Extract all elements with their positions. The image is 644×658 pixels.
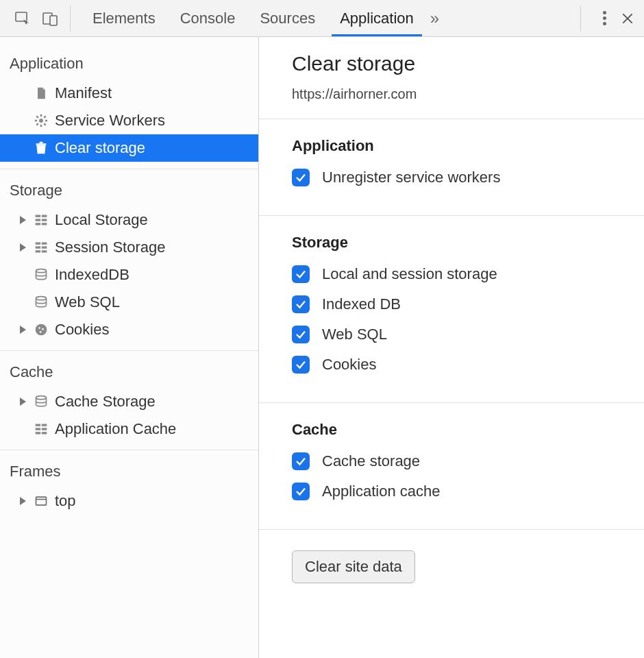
svg-rect-39	[36, 497, 47, 505]
sidebar-item-clear-storage[interactable]: Clear storage	[0, 134, 258, 162]
expand-arrow-icon[interactable]	[15, 398, 30, 406]
checkbox-checked-icon[interactable]	[292, 452, 310, 470]
gear-icon	[32, 114, 51, 127]
svg-rect-16	[36, 219, 41, 221]
sidebar-item-label: Cache Storage	[52, 393, 156, 411]
sidebar-item-cache-storage[interactable]: Cache Storage	[0, 388, 258, 415]
check-application-cache[interactable]: Application cache	[292, 483, 611, 500]
svg-rect-20	[36, 243, 41, 245]
check-indexed-db[interactable]: Indexed DB	[292, 295, 611, 313]
checkbox-checked-icon[interactable]	[292, 326, 310, 343]
sidebar-item-label: Web SQL	[52, 293, 120, 311]
section-application: Application Unregister service workers	[259, 119, 644, 216]
svg-line-10	[44, 116, 46, 118]
expand-arrow-icon[interactable]	[15, 497, 30, 505]
sidebar-item-service-workers[interactable]: Service Workers	[0, 107, 258, 134]
checkbox-label: Local and session storage	[322, 265, 497, 283]
sidebar-group-title: Frames	[0, 453, 258, 487]
frame-icon	[32, 494, 51, 508]
svg-rect-24	[36, 250, 41, 252]
tab-console[interactable]: Console	[168, 0, 248, 36]
sidebar-item-session-storage[interactable]: Session Storage	[0, 234, 258, 261]
more-options-icon[interactable]	[596, 11, 612, 25]
grid-icon	[32, 241, 51, 254]
cookie-icon	[32, 323, 51, 337]
svg-rect-0	[16, 12, 27, 21]
check-local-session-storage[interactable]: Local and session storage	[292, 265, 611, 283]
checkbox-label: Unregister service workers	[322, 169, 500, 186]
tab-sources[interactable]: Sources	[247, 0, 327, 36]
expand-arrow-icon[interactable]	[15, 326, 30, 334]
checkbox-label: Cache storage	[322, 452, 420, 470]
sidebar-item-label: Clear storage	[52, 139, 145, 157]
sidebar-item-manifest[interactable]: Manifest	[0, 80, 258, 107]
checkbox-label: Application cache	[322, 483, 440, 500]
check-cache-storage[interactable]: Cache storage	[292, 452, 611, 470]
sidebar-item-top-frame[interactable]: top	[0, 487, 258, 515]
tab-application[interactable]: Application	[327, 0, 426, 36]
sidebar-item-cookies[interactable]: Cookies	[0, 316, 258, 343]
sidebar-item-websql[interactable]: Web SQL	[0, 289, 258, 316]
svg-rect-14	[36, 215, 41, 217]
svg-rect-19	[42, 223, 47, 225]
application-sidebar: Application Manifest Service Workers	[0, 37, 259, 658]
svg-line-9	[44, 123, 46, 125]
checkbox-checked-icon[interactable]	[292, 295, 310, 313]
svg-rect-18	[36, 223, 41, 225]
sidebar-item-application-cache[interactable]: Application Cache	[0, 415, 258, 443]
checkbox-checked-icon[interactable]	[292, 265, 310, 283]
check-cookies[interactable]: Cookies	[292, 356, 611, 374]
svg-point-28	[36, 324, 47, 336]
checkbox-checked-icon[interactable]	[292, 169, 310, 186]
sidebar-separator	[0, 450, 258, 450]
expand-arrow-icon[interactable]	[15, 216, 30, 224]
sidebar-item-local-storage[interactable]: Local Storage	[0, 206, 258, 234]
panel-title: Clear storage	[292, 52, 611, 75]
sidebar-separator	[0, 350, 258, 351]
toolbar-separator	[70, 5, 71, 32]
svg-rect-35	[36, 428, 41, 430]
expand-arrow-icon[interactable]	[15, 243, 30, 252]
checkbox-checked-icon[interactable]	[292, 483, 310, 500]
db-icon	[32, 395, 51, 409]
svg-rect-21	[42, 243, 47, 245]
devtools-toolbar: Elements Console Sources Application »	[0, 0, 644, 37]
grid-icon	[32, 422, 51, 436]
section-heading: Storage	[292, 234, 611, 252]
sidebar-group-frames: Frames top	[0, 453, 258, 515]
grid-icon	[32, 213, 51, 227]
toolbar-separator	[580, 5, 581, 32]
sidebar-item-indexeddb[interactable]: IndexedDB	[0, 261, 258, 289]
svg-line-11	[36, 123, 38, 125]
check-web-sql[interactable]: Web SQL	[292, 326, 611, 343]
sidebar-item-label: Application Cache	[52, 420, 176, 438]
checkbox-checked-icon[interactable]	[292, 356, 310, 374]
panel-footer: Clear site data	[259, 530, 644, 604]
sidebar-group-storage: Storage Local Storage Session Storage In…	[0, 172, 258, 343]
svg-point-3	[39, 119, 43, 123]
close-devtools-icon[interactable]	[618, 9, 637, 28]
sidebar-item-label: IndexedDB	[52, 266, 129, 284]
svg-rect-33	[36, 424, 41, 426]
svg-rect-37	[36, 432, 41, 434]
clear-site-data-button[interactable]: Clear site data	[292, 550, 415, 583]
document-icon	[32, 86, 51, 100]
svg-rect-15	[42, 215, 47, 217]
svg-rect-12	[36, 143, 47, 145]
tab-elements[interactable]: Elements	[80, 0, 168, 36]
svg-rect-2	[50, 16, 57, 25]
inspect-element-icon[interactable]	[12, 8, 33, 29]
svg-point-31	[40, 331, 42, 333]
sidebar-item-label: top	[52, 492, 76, 510]
svg-point-27	[36, 297, 47, 300]
svg-rect-34	[42, 424, 47, 426]
svg-point-32	[36, 396, 47, 400]
device-toggle-icon[interactable]	[40, 8, 60, 29]
tabs-overflow-icon[interactable]: »	[430, 9, 439, 28]
tab-label: Sources	[260, 10, 315, 27]
svg-rect-23	[42, 246, 47, 248]
check-unregister-service-workers[interactable]: Unregister service workers	[292, 169, 611, 186]
devtools-tabs: Elements Console Sources Application	[80, 0, 426, 36]
sidebar-item-label: Service Workers	[52, 112, 165, 130]
sidebar-group-title: Application	[0, 45, 258, 80]
